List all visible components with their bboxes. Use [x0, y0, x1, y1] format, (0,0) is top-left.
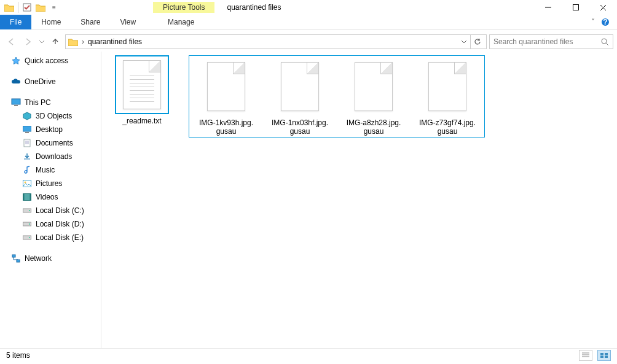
sidebar-item-quick-access[interactable]: Quick access	[0, 54, 101, 68]
address-folder-icon	[68, 37, 78, 46]
sidebar-item-this-pc[interactable]: This PC	[0, 96, 101, 109]
maximize-button[interactable]	[562, 0, 589, 15]
sidebar-item-label: Local Disk (E:)	[36, 233, 84, 242]
svg-rect-24	[605, 353, 608, 355]
sidebar-item-label: OneDrive	[25, 77, 56, 86]
file-name: IMG-1kv93h.jpg.gusau	[199, 118, 253, 136]
minimize-button[interactable]	[534, 0, 562, 15]
qat-folder-icon[interactable]	[34, 1, 47, 14]
tab-view[interactable]: View	[110, 15, 146, 29]
svg-rect-8	[25, 132, 29, 133]
ribbon: File Home Share View Manage ˅ ?	[0, 15, 617, 29]
sidebar-item-disk-c[interactable]: Local Disk (C:)	[0, 204, 101, 217]
blank-file-icon	[281, 62, 319, 111]
sidebar-item-3d-objects[interactable]: 3D Objects	[0, 109, 101, 123]
file-item[interactable]: IMG-1nx03hf.jpg.gusau	[263, 57, 337, 136]
file-item[interactable]: IMG-a8zh28.jpg.gusau	[337, 57, 411, 136]
file-name: IMG-1nx03hf.jpg.gusau	[272, 118, 328, 136]
help-icon[interactable]: ?	[601, 18, 617, 26]
sidebar-item-label: Network	[25, 254, 52, 263]
svg-rect-26	[605, 355, 608, 358]
star-icon	[11, 56, 21, 66]
breadcrumb-segment[interactable]: quarantined files	[88, 37, 142, 46]
app-icon	[4, 2, 15, 12]
sidebar-item-label: Music	[36, 166, 55, 174]
item-count: 5 items	[6, 351, 30, 360]
sidebar-item-videos[interactable]: Videos	[0, 190, 101, 204]
blank-file-icon	[207, 62, 245, 111]
drive-icon	[22, 219, 32, 229]
qat-check-icon[interactable]	[20, 1, 34, 14]
file-item-readme[interactable]: _readme.txt	[105, 55, 179, 125]
sidebar-item-disk-d[interactable]: Local Disk (D:)	[0, 217, 101, 231]
file-name: IMG-z73gf74.jpg.gusau	[419, 118, 476, 136]
search-box[interactable]	[489, 34, 613, 49]
sidebar-item-onedrive[interactable]: OneDrive	[0, 75, 101, 88]
contextual-tab-label: Picture Tools	[153, 2, 214, 13]
status-bar: 5 items	[0, 348, 617, 362]
ribbon-collapse-icon[interactable]: ˅	[585, 18, 601, 26]
file-item[interactable]: IMG-z73gf74.jpg.gusau	[411, 57, 484, 136]
breadcrumb-chevron-icon[interactable]: ›	[82, 37, 84, 46]
svg-rect-7	[23, 126, 31, 131]
tab-manage[interactable]: Manage	[146, 15, 216, 29]
navigation-row: › quarantined files	[0, 32, 617, 52]
sidebar-item-label: Documents	[36, 139, 73, 147]
search-icon[interactable]	[601, 38, 609, 46]
sidebar-item-desktop[interactable]: Desktop	[0, 123, 101, 136]
text-file-icon	[123, 60, 161, 109]
selected-group-highlight: IMG-1kv93h.jpg.gusau IMG-1nx03hf.jpg.gus…	[189, 55, 485, 137]
back-button[interactable]	[4, 34, 18, 49]
sidebar-item-label: Videos	[36, 193, 58, 201]
address-dropdown-icon[interactable]	[462, 39, 466, 44]
sidebar-item-network[interactable]: Network	[0, 252, 101, 265]
svg-rect-13	[23, 194, 25, 201]
search-input[interactable]	[493, 37, 597, 46]
close-button[interactable]	[589, 0, 617, 15]
tab-share[interactable]: Share	[71, 15, 110, 29]
drive-icon	[22, 206, 32, 215]
svg-point-16	[29, 210, 30, 211]
files-area[interactable]: _readme.txt IMG-1kv93h.jpg.gusau IMG-1nx…	[101, 52, 617, 348]
document-icon	[22, 138, 32, 148]
navigation-pane: Quick access OneDrive This PC 3D Objects…	[0, 52, 101, 348]
address-bar[interactable]: › quarantined files	[65, 34, 487, 49]
tab-file[interactable]: File	[0, 15, 31, 29]
view-details-button[interactable]	[579, 350, 592, 361]
sidebar-item-label: Quick access	[25, 56, 68, 65]
network-icon	[11, 254, 21, 263]
tab-home[interactable]: Home	[31, 15, 71, 29]
svg-point-18	[29, 223, 30, 225]
svg-rect-5	[12, 99, 20, 104]
sidebar-item-disk-e[interactable]: Local Disk (E:)	[0, 231, 101, 244]
blank-file-icon	[355, 62, 393, 111]
svg-rect-25	[600, 355, 603, 358]
sidebar-item-pictures[interactable]: Pictures	[0, 177, 101, 190]
qat-overflow-icon[interactable]: ≡	[47, 1, 61, 14]
svg-point-4	[602, 39, 607, 44]
sidebar-item-documents[interactable]: Documents	[0, 136, 101, 150]
svg-text:?: ?	[603, 18, 607, 26]
sidebar-item-label: 3D Objects	[36, 112, 72, 120]
file-item[interactable]: IMG-1kv93h.jpg.gusau	[189, 57, 263, 136]
drive-icon	[22, 233, 32, 242]
sidebar-item-music[interactable]: Music	[0, 163, 101, 177]
view-large-icons-button[interactable]	[597, 350, 611, 361]
download-icon	[22, 152, 32, 161]
up-button[interactable]	[48, 34, 63, 49]
svg-rect-9	[24, 139, 30, 147]
refresh-icon[interactable]	[470, 35, 484, 48]
cloud-icon	[11, 77, 21, 87]
svg-rect-21	[12, 255, 15, 257]
sidebar-item-label: Desktop	[36, 125, 63, 134]
forward-button[interactable]	[21, 34, 36, 49]
svg-rect-10	[23, 180, 31, 187]
sidebar-item-downloads[interactable]: Downloads	[0, 150, 101, 163]
quick-access-toolbar: ≡	[0, 1, 61, 14]
svg-rect-14	[30, 194, 31, 201]
video-icon	[22, 192, 32, 202]
history-dropdown-icon[interactable]	[38, 34, 45, 49]
sidebar-item-label: Downloads	[36, 152, 72, 161]
blank-file-icon	[428, 62, 466, 111]
svg-rect-23	[600, 353, 603, 355]
